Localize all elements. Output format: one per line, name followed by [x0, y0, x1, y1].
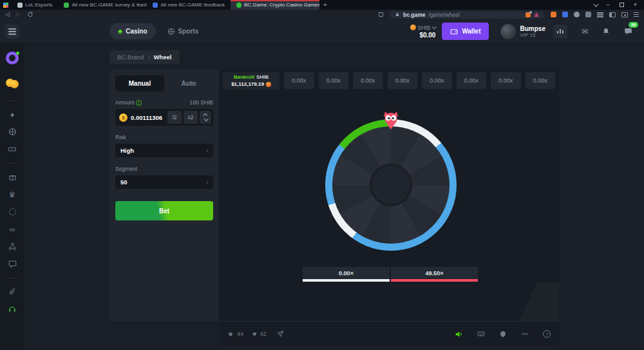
vip-level: VIP 15 — [520, 32, 545, 38]
history-multiplier[interactable]: 0.00x — [388, 72, 418, 89]
sound-toggle-icon[interactable] — [455, 330, 463, 338]
history-multiplier[interactable]: 0.00x — [319, 72, 349, 89]
inbox-envelope-icon[interactable]: ✉ — [582, 28, 588, 35]
tab-casino[interactable]: ♣ Casino — [109, 23, 156, 39]
sidebar-item-support[interactable] — [8, 305, 17, 313]
amount-label: Amounti — [115, 99, 142, 106]
risk-label: Risk — [115, 134, 213, 141]
tab-auto[interactable]: Auto — [164, 75, 213, 92]
extensions-bar — [551, 12, 639, 17]
adblock-shield-icon[interactable] — [526, 12, 531, 17]
wallet-button-label: Wallet — [462, 28, 480, 35]
workspace-icon-grid — [3, 3, 8, 8]
workspace-icon[interactable] — [0, 0, 12, 10]
new-tab-button[interactable]: + — [319, 0, 331, 10]
half-amount-button[interactable]: /2 — [167, 111, 182, 124]
sidebar-item-casino[interactable]: ♦ — [10, 110, 14, 119]
sidebar-item-forum[interactable] — [8, 260, 17, 268]
stepper-down-icon[interactable] — [204, 117, 208, 122]
bankroll-value: $1,112,179.19 — [231, 81, 264, 88]
playlist-icon[interactable] — [597, 12, 603, 17]
user-avatar[interactable] — [500, 24, 516, 39]
fairness-shield-icon[interactable] — [499, 330, 507, 338]
sidebar-toggle-icon[interactable] — [609, 12, 616, 17]
breadcrumb-parent[interactable]: BC Brand — [117, 53, 144, 61]
browser-tab-survey[interactable]: All new BC.GAME survey & feedback — [58, 0, 147, 10]
sidebar-item-lottery[interactable]: ∞ — [10, 225, 15, 233]
amount-value[interactable]: 0.00111306 — [131, 114, 166, 121]
browser-tab-feedback[interactable]: All new BC.GAME feedback — [147, 0, 231, 10]
browser-tab-bcgame-active[interactable]: BC.Game: Crypto Casino Games & × — [231, 0, 319, 10]
extension-icon-1[interactable] — [551, 12, 556, 17]
sidebar-item-coins-promo[interactable] — [4, 75, 21, 92]
sidebar-item-spin[interactable] — [9, 208, 16, 216]
window-chevron-icon[interactable] — [593, 1, 598, 6]
amount-input[interactable]: $ 0.00111306 /2 x2 — [115, 109, 213, 126]
vip-progress-button[interactable] — [553, 24, 567, 39]
extension-icon-2[interactable] — [562, 12, 568, 17]
refresh-icon[interactable] — [27, 12, 33, 18]
history-multiplier[interactable]: 0.00x — [457, 72, 487, 89]
forward-button[interactable]: ▷ — [16, 12, 21, 17]
sidebar-divider — [5, 101, 19, 101]
window-maximize-button[interactable] — [620, 3, 624, 7]
url-domain: bc.game — [403, 12, 426, 18]
spin-icon — [9, 208, 16, 215]
lol-esports-favicon — [17, 3, 23, 8]
tab-sports[interactable]: Sports — [167, 28, 199, 35]
multiplier-outcomes: 0.00× 49.50× — [303, 267, 478, 282]
bet-button[interactable]: Bet — [115, 201, 213, 220]
like-heart-icon[interactable]: ♥ — [252, 331, 257, 338]
chat-button[interactable]: 99 — [624, 27, 632, 35]
profile-avatar-icon[interactable] — [574, 12, 580, 17]
warning-triangle-icon[interactable] — [534, 12, 539, 17]
chat-unread-badge: 99 — [629, 22, 638, 28]
share-plane-icon[interactable] — [276, 330, 284, 338]
address-bar[interactable]: bc.game /game/wheel | — [390, 11, 544, 19]
help-icon[interactable]: ? — [543, 330, 551, 338]
info-icon[interactable]: i — [136, 100, 142, 106]
back-button[interactable]: ◁ — [5, 12, 10, 17]
segment-select[interactable]: 50 › — [115, 175, 213, 189]
amount-max[interactable]: 100 SHIB — [190, 99, 213, 106]
double-amount-button[interactable]: x2 — [184, 111, 198, 124]
favorite-star-icon[interactable]: ★ — [227, 331, 234, 338]
window-minimize-button[interactable]: – — [607, 2, 610, 8]
chevron-right-icon: › — [206, 147, 208, 154]
history-multiplier[interactable]: 0.00x — [526, 72, 556, 89]
shib-coin-icon — [410, 24, 416, 30]
live-stats-wave-icon[interactable] — [520, 330, 529, 338]
bcgame-favicon — [236, 3, 242, 8]
screenshot-icon[interactable] — [621, 12, 628, 17]
tab-manual[interactable]: Manual — [115, 75, 164, 92]
wallet-button[interactable]: Wallet — [442, 23, 489, 40]
sidebar-item-rewards[interactable] — [8, 173, 17, 181]
amount-stepper[interactable] — [200, 111, 211, 124]
history-multiplier[interactable]: 0.00x — [422, 72, 452, 89]
history-multiplier[interactable]: 0.00x — [353, 72, 383, 89]
history-multiplier[interactable]: 0.00x — [284, 72, 314, 89]
browser-tab-lol-esports[interactable]: LoL Esports — [12, 0, 58, 10]
risk-select[interactable]: High › — [115, 144, 213, 157]
sidebar-item-sports[interactable] — [8, 128, 17, 136]
browser-menu-icon[interactable] — [634, 12, 639, 17]
user-meta[interactable]: Bumpse VIP 15 — [520, 25, 545, 38]
bookmark-icon[interactable] — [379, 12, 383, 17]
chat-bubble-icon — [624, 27, 632, 35]
sidebar-item-racing[interactable] — [8, 145, 17, 153]
extensions-puzzle-icon[interactable] — [585, 12, 591, 17]
history-multiplier[interactable]: 0.00x — [491, 72, 521, 89]
sidebar-item-vip-club[interactable]: ♛ — [9, 190, 16, 199]
sidebar-item-refer[interactable] — [8, 287, 17, 296]
sidebar-menu-button[interactable] — [5, 24, 19, 39]
tab-loading-indicator — [231, 0, 319, 1]
sidebar-item-affiliate[interactable] — [8, 242, 17, 251]
survey-favicon — [64, 3, 69, 8]
hotkeys-keyboard-icon[interactable] — [477, 330, 486, 338]
wallet-icon — [450, 28, 458, 35]
balance-selector[interactable]: SHIB $0.00 — [410, 24, 436, 39]
sidebar-item-wheel-promo[interactable] — [4, 50, 21, 66]
notifications-bell-icon[interactable] — [602, 27, 610, 35]
window-close-button[interactable]: × — [634, 2, 637, 8]
game-stage: BankrollSHIB $1,112,179.19 0.00x 0.00x 0… — [219, 70, 559, 321]
